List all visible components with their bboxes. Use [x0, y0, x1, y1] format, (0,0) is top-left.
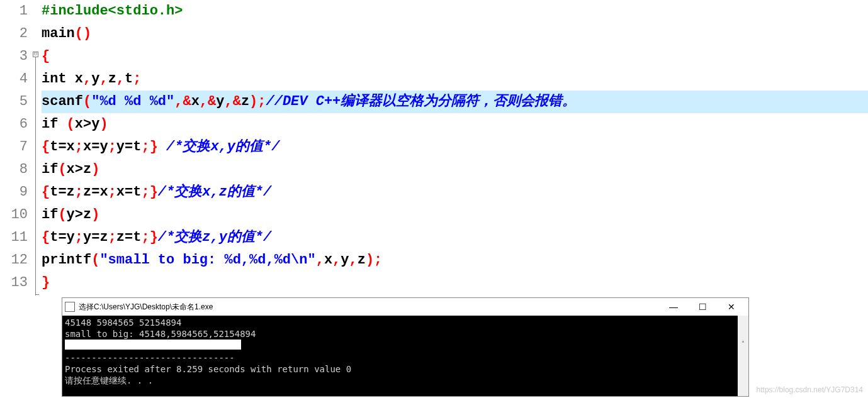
keyword: if: [42, 207, 58, 223]
code-line: {t=x;x=y;y=t;} /*交换x,y的值*/: [42, 136, 868, 158]
fold-column: ⊟: [31, 0, 42, 294]
fold-guide-line: [35, 57, 36, 296]
line-number-gutter: 1 2 3 4 5 6 7 8 9 10 11 12 13: [0, 0, 31, 294]
string-literal: "%d %d %d": [91, 94, 174, 109]
console-titlebar[interactable]: 选择C:\Users\YJG\Desktop\未命名1.exe — ☐ ✕: [62, 298, 748, 316]
code-line: printf("small to big: %d,%d,%d\n",x,y,z)…: [42, 249, 868, 272]
comment: /*交换z,y的值*/: [158, 229, 271, 245]
line-number: 2: [0, 23, 28, 45]
close-button[interactable]: ✕: [717, 298, 746, 316]
console-title: 选择C:\Users\YJG\Desktop\未命名1.exe: [79, 302, 659, 312]
maximize-button[interactable]: ☐: [688, 298, 717, 316]
console-window: 选择C:\Users\YJG\Desktop\未命名1.exe — ☐ ✕ 45…: [62, 297, 749, 397]
code-line: if (x>y): [42, 113, 868, 136]
console-app-icon: [65, 302, 75, 312]
line-number: 9: [0, 181, 28, 204]
keyword: if: [42, 116, 58, 132]
line-number: 7: [0, 136, 28, 158]
code-line: {t=y;y=z;z=t;}/*交换z,y的值*/: [42, 226, 868, 249]
brace: }: [42, 275, 50, 290]
console-line: Process exited after 8.259 seconds with …: [65, 364, 351, 374]
line-number: 6: [0, 113, 28, 136]
watermark: https://blog.csdn.net/YJG7D314: [757, 385, 863, 394]
comment: /*交换x,y的值*/: [158, 139, 280, 155]
line-number: 3: [0, 45, 28, 68]
console-line: small to big: 45148,5984565,52154894: [65, 329, 256, 339]
minimize-button[interactable]: —: [659, 298, 688, 316]
code-line: }: [42, 272, 868, 294]
line-number: 5: [0, 91, 28, 113]
line-number: 4: [0, 68, 28, 91]
line-number: 1: [0, 0, 28, 23]
code-line: #include<stdio.h>: [42, 0, 868, 23]
code-line: if(y>z): [42, 204, 868, 226]
brace: {: [42, 48, 50, 64]
identifier: printf: [42, 252, 91, 268]
line-number: 11: [0, 226, 28, 249]
code-area[interactable]: #include<stdio.h> main() { int x,y,z,t; …: [42, 0, 868, 294]
code-line: {: [42, 45, 868, 68]
code-line: {t=z;z=x;x=t;}/*交换x,z的值*/: [42, 181, 868, 204]
keyword: int: [42, 71, 67, 87]
fold-guide-end: [35, 294, 39, 295]
console-output[interactable]: 45148 5984565 52154894 small to big: 451…: [62, 316, 748, 396]
console-line: --------------------------------: [65, 353, 235, 363]
console-selection: [65, 340, 241, 350]
line-number: 12: [0, 249, 28, 272]
code-line: main(): [42, 23, 868, 45]
keyword: if: [42, 162, 58, 177]
vertical-scrollbar[interactable]: ˄: [738, 316, 748, 396]
code-line: int x,y,z,t;: [42, 68, 868, 91]
comment: /*交换x,z的值*/: [158, 184, 271, 200]
console-line: 请按任意键继续. . .: [65, 375, 153, 385]
comment: //DEV C++编译器以空格为分隔符，否则会报错。: [266, 94, 576, 109]
paren: (): [75, 26, 91, 41]
preproc-directive: #include<stdio.h>: [42, 3, 183, 19]
code-editor: 1 2 3 4 5 6 7 8 9 10 11 12 13 ⊟ #include…: [0, 0, 868, 294]
line-number: 8: [0, 158, 28, 181]
identifier: scanf: [42, 94, 83, 109]
identifier: main: [42, 26, 75, 41]
line-number: 10: [0, 204, 28, 226]
line-number: 13: [0, 272, 28, 294]
code-line: if(x>z): [42, 158, 868, 181]
scroll-up-icon[interactable]: ˄: [738, 338, 748, 349]
string-literal: "small to big: %d,%d,%d\n": [99, 252, 315, 268]
console-line: 45148 5984565 52154894: [65, 318, 181, 328]
code-line-highlighted: scanf("%d %d %d",&x,&y,&z);//DEV C++编译器以…: [42, 91, 868, 113]
